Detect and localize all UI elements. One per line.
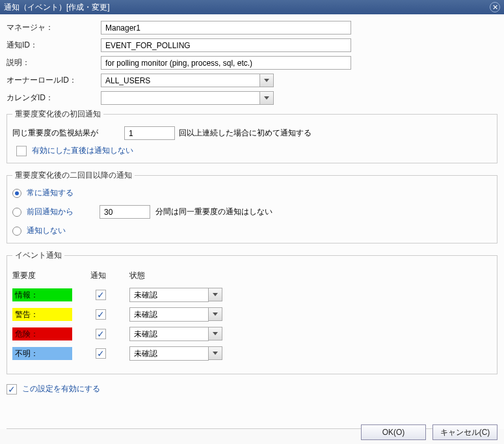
status-value-info: 未確認 xyxy=(134,290,157,301)
radio-since-label: 前回通知から xyxy=(27,206,94,217)
first-notify-legend: 重要度変化後の初回通知 xyxy=(12,109,103,120)
subsequent-notify-group: 重要度変化後の二回目以降の通知 常に通知する 前回通知から 分間は同一重要度の通… xyxy=(7,170,497,243)
notify-id-input[interactable] xyxy=(101,38,351,52)
header-severity: 重要度 xyxy=(12,270,90,281)
calendar-id-label: カレンダID： xyxy=(7,92,101,104)
event-notify-legend: イベント通知 xyxy=(12,250,64,261)
calendar-id-select[interactable] xyxy=(101,91,260,105)
radio-always[interactable] xyxy=(12,189,21,198)
event-row-info: 情報： ✓ 未確認 xyxy=(12,286,492,303)
event-row-crit: 危険： ✓ 未確認 xyxy=(12,326,492,342)
subsequent-notify-legend: 重要度変化後の二回目以降の通知 xyxy=(12,170,135,181)
chevron-down-icon xyxy=(213,332,218,335)
header-notify: 通知 xyxy=(90,270,129,281)
severity-badge-crit: 危険： xyxy=(12,327,72,340)
status-select-crit[interactable]: 未確認 xyxy=(129,327,209,341)
chevron-down-icon xyxy=(264,79,269,82)
status-dropdown-unknown[interactable] xyxy=(209,346,222,360)
first-notify-count-input[interactable] xyxy=(124,126,175,140)
close-icon: ✕ xyxy=(492,4,498,11)
check-icon: ✓ xyxy=(97,349,105,358)
window-title: 通知（イベント）[作成・変更] xyxy=(4,2,110,13)
notify-check-warn[interactable]: ✓ xyxy=(96,309,106,320)
owner-role-select[interactable]: ALL_USERS xyxy=(101,74,260,87)
check-icon: ✓ xyxy=(8,385,16,394)
since-after-text: 分間は同一重要度の通知はしない xyxy=(155,206,272,217)
chevron-down-icon xyxy=(264,96,269,100)
close-button[interactable]: ✕ xyxy=(490,2,500,12)
event-row-unknown: 不明： ✓ 未確認 xyxy=(12,345,492,362)
check-icon: ✓ xyxy=(97,329,105,339)
manager-label: マネージャ： xyxy=(7,22,101,33)
radio-always-label: 常に通知する xyxy=(27,187,73,199)
status-select-unknown[interactable]: 未確認 xyxy=(129,346,209,361)
status-dropdown-info[interactable] xyxy=(209,288,222,301)
first-notify-text-after: 回以上連続した場合に初めて通知する xyxy=(179,128,312,139)
notify-id-label: 通知ID： xyxy=(7,40,101,51)
ok-button-label: OK(O) xyxy=(382,428,405,437)
status-value-warn: 未確認 xyxy=(134,309,157,320)
description-label: 説明： xyxy=(7,57,101,68)
check-icon: ✓ xyxy=(97,290,105,299)
manager-input[interactable] xyxy=(101,21,351,35)
status-select-info[interactable]: 未確認 xyxy=(129,288,209,302)
notify-check-info[interactable]: ✓ xyxy=(96,290,106,300)
event-notify-group: イベント通知 重要度 通知 状態 情報： ✓ 未確認 警告： ✓ 未確認 xyxy=(7,250,497,374)
check-icon: ✓ xyxy=(97,310,105,319)
severity-badge-warn: 警告： xyxy=(12,308,72,321)
status-value-crit: 未確認 xyxy=(134,329,157,340)
first-notify-checkbox[interactable] xyxy=(16,146,27,156)
enable-setting-checkbox[interactable]: ✓ xyxy=(7,384,17,395)
status-value-unknown: 未確認 xyxy=(134,348,157,359)
description-input[interactable] xyxy=(101,56,351,70)
calendar-id-dropdown-button[interactable] xyxy=(260,91,274,105)
titlebar: 通知（イベント）[作成・変更] ✕ xyxy=(0,0,504,14)
chevron-down-icon xyxy=(213,312,218,316)
radio-dot-icon xyxy=(15,191,19,195)
first-notify-text-before: 同じ重要度の監視結果が xyxy=(12,128,98,139)
event-row-warn: 警告： ✓ 未確認 xyxy=(12,306,492,323)
severity-badge-info: 情報： xyxy=(12,288,72,301)
cancel-button-label: キャンセル(C) xyxy=(440,427,490,438)
severity-badge-unknown: 不明： xyxy=(12,347,72,360)
owner-role-label: オーナーロールID： xyxy=(7,75,101,86)
first-notify-group: 重要度変化後の初回通知 同じ重要度の監視結果が 回以上連続した場合に初めて通知す… xyxy=(7,109,497,163)
status-select-warn[interactable]: 未確認 xyxy=(129,307,209,322)
notify-check-crit[interactable]: ✓ xyxy=(96,329,106,339)
ok-button[interactable]: OK(O) xyxy=(361,424,426,440)
status-dropdown-warn[interactable] xyxy=(209,307,222,321)
cancel-button[interactable]: キャンセル(C) xyxy=(432,424,497,440)
owner-role-dropdown-button[interactable] xyxy=(260,74,274,87)
header-status: 状態 xyxy=(129,270,227,281)
since-minutes-input[interactable] xyxy=(99,205,150,219)
status-dropdown-crit[interactable] xyxy=(209,327,222,340)
chevron-down-icon xyxy=(213,293,218,296)
notify-check-unknown[interactable]: ✓ xyxy=(96,348,106,359)
chevron-down-icon xyxy=(213,352,218,355)
radio-none[interactable] xyxy=(12,227,21,236)
owner-role-value: ALL_USERS xyxy=(105,76,150,85)
enable-setting-label: この設定を有効にする xyxy=(22,383,100,395)
radio-none-label: 通知しない xyxy=(27,225,66,236)
radio-since[interactable] xyxy=(12,208,21,217)
first-notify-checkbox-label: 有効にした直後は通知しない xyxy=(32,145,133,156)
